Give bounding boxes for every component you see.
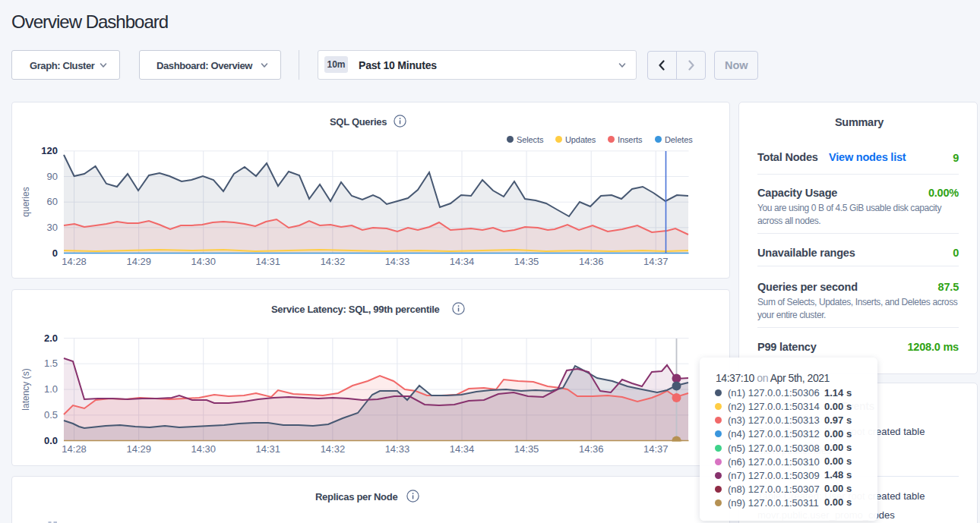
svg-text:queries: queries (21, 187, 31, 216)
svg-text:14:34: 14:34 (450, 443, 475, 455)
svg-text:14:36: 14:36 (579, 443, 604, 455)
svg-text:14:33: 14:33 (385, 443, 410, 455)
svg-text:60: 60 (47, 196, 58, 207)
svg-text:0.5: 0.5 (44, 409, 58, 421)
svg-text:1.0: 1.0 (44, 383, 58, 395)
svg-text:14:35: 14:35 (514, 443, 539, 455)
svg-text:14:35: 14:35 (514, 256, 539, 267)
svg-text:14:30: 14:30 (191, 256, 216, 267)
svg-text:latency (s): latency (s) (21, 368, 31, 410)
svg-text:14:30: 14:30 (191, 443, 216, 455)
svg-text:14:28: 14:28 (62, 443, 87, 455)
svg-text:120: 120 (41, 145, 58, 156)
svg-text:0: 0 (52, 247, 58, 259)
svg-text:14:29: 14:29 (126, 443, 151, 455)
svg-text:1.5: 1.5 (44, 358, 58, 369)
svg-text:30: 30 (47, 222, 58, 233)
svg-text:14:32: 14:32 (321, 443, 346, 455)
svg-text:14:31: 14:31 (256, 443, 281, 455)
svg-text:14:37: 14:37 (643, 443, 669, 455)
svg-text:14:31: 14:31 (256, 256, 281, 267)
svg-text:14:34: 14:34 (450, 256, 475, 267)
svg-text:0.0: 0.0 (44, 435, 58, 446)
svg-text:14:29: 14:29 (126, 256, 151, 267)
svg-text:14:36: 14:36 (579, 256, 604, 267)
svg-text:14:33: 14:33 (385, 256, 410, 267)
svg-text:90: 90 (47, 171, 58, 182)
svg-text:14:28: 14:28 (62, 256, 87, 267)
svg-text:2.0: 2.0 (44, 332, 58, 344)
svg-text:14:32: 14:32 (321, 256, 346, 267)
svg-text:14:37: 14:37 (643, 256, 669, 267)
